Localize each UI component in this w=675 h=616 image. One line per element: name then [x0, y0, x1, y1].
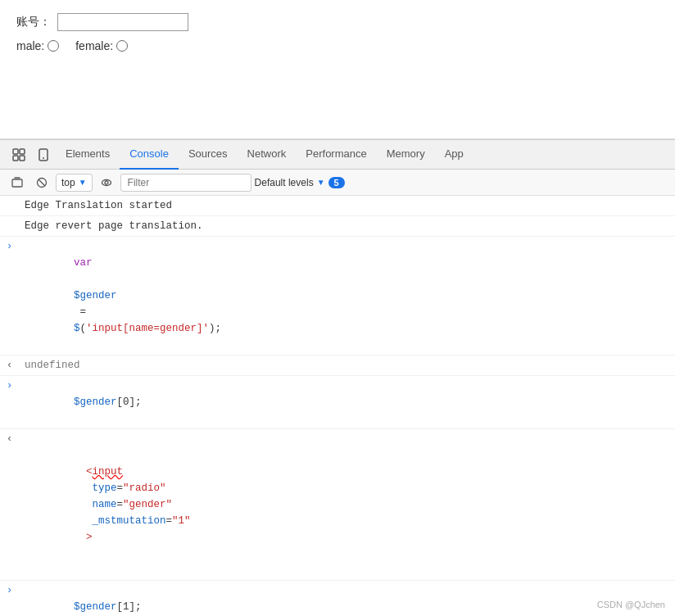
console-line-return: ‹ undefined — [0, 356, 675, 376]
tab-elements[interactable]: Elements — [56, 140, 120, 170]
console-line-input: › $gender[0]; — [0, 376, 675, 429]
log-levels-selector[interactable]: Default levels ▼ — [255, 177, 325, 188]
log-levels-arrow-icon: ▼ — [317, 178, 325, 187]
svg-rect-0 — [13, 149, 18, 154]
input-arrow-icon: › — [7, 238, 25, 255]
tab-memory[interactable]: Memory — [377, 140, 435, 170]
tab-sources[interactable]: Sources — [179, 140, 238, 170]
context-arrow-icon: ▼ — [79, 178, 87, 187]
console-code: var $gender = $('input[name=gender]'); — [25, 238, 668, 353]
svg-rect-1 — [20, 149, 25, 154]
svg-rect-2 — [13, 156, 18, 161]
return-arrow-icon: ‹ — [7, 431, 25, 447]
console-line: Edge Translation started — [0, 196, 675, 216]
tab-application[interactable]: App — [435, 140, 473, 170]
context-selector[interactable]: top ▼ — [56, 174, 93, 192]
console-line-input: › var $gender = $('input[name=gender]'); — [0, 237, 675, 356]
tab-network[interactable]: Network — [238, 140, 297, 170]
account-row: 账号： — [16, 13, 659, 31]
console-line-input: › $gender[1]; — [0, 581, 675, 616]
svg-rect-6 — [12, 179, 22, 187]
console-code: $gender[0]; — [25, 378, 668, 427]
var-name: $gender — [74, 290, 117, 301]
input-arrow-icon: › — [7, 582, 25, 599]
page-preview: 账号： male: female: — [0, 0, 675, 139]
block-icon[interactable] — [31, 172, 52, 193]
male-option: male: — [16, 39, 59, 52]
female-option: female: — [75, 39, 128, 52]
filter-input[interactable] — [120, 174, 251, 192]
keyword-var: var — [74, 257, 93, 269]
console-text: Edge revert page translation. — [25, 218, 668, 234]
male-label: male: — [16, 39, 44, 52]
female-label: female: — [75, 39, 113, 52]
context-label: top — [61, 177, 75, 188]
console-line-output: ‹ <input type="radio" name="gender" _mst… — [0, 429, 675, 581]
console-code: $gender[1]; — [25, 582, 668, 616]
tab-performance[interactable]: Performance — [296, 140, 376, 170]
devtools-panel: Elements Console Sources Network Perform… — [0, 139, 675, 616]
log-levels-label: Default levels — [255, 177, 314, 188]
gender-row: male: female: — [16, 39, 659, 52]
return-arrow-icon: ‹ — [7, 357, 25, 374]
svg-rect-3 — [20, 156, 25, 161]
clear-console-btn[interactable] — [7, 172, 28, 193]
svg-point-11 — [105, 181, 108, 184]
input-arrow-icon: › — [7, 378, 25, 394]
female-radio[interactable] — [116, 40, 128, 52]
inspect-icon[interactable] — [7, 143, 31, 167]
console-text: Edge Translation started — [25, 197, 668, 214]
watermark: CSDN @QJchen — [597, 600, 665, 609]
devtools-tabs-bar: Elements Console Sources Network Perform… — [0, 140, 675, 170]
error-count-badge: 5 — [328, 177, 345, 188]
svg-line-9 — [39, 179, 45, 186]
tab-console[interactable]: Console — [120, 140, 179, 170]
account-input[interactable] — [57, 13, 188, 31]
return-value: undefined — [25, 357, 668, 374]
account-label: 账号： — [16, 15, 51, 29]
console-toolbar: top ▼ Default levels ▼ 5 — [0, 170, 675, 196]
console-line: Edge revert page translation. — [0, 216, 675, 237]
string-val: 'input[name=gender]' — [86, 323, 209, 334]
device-icon[interactable] — [31, 143, 56, 167]
console-output: Edge Translation started Edge revert pag… — [0, 196, 675, 616]
eye-icon[interactable] — [96, 172, 117, 193]
svg-point-5 — [43, 157, 44, 159]
male-radio[interactable] — [48, 40, 59, 52]
html-output: <input type="radio" name="gender" _mstmu… — [25, 431, 668, 578]
jquery-call: $ — [74, 323, 80, 334]
